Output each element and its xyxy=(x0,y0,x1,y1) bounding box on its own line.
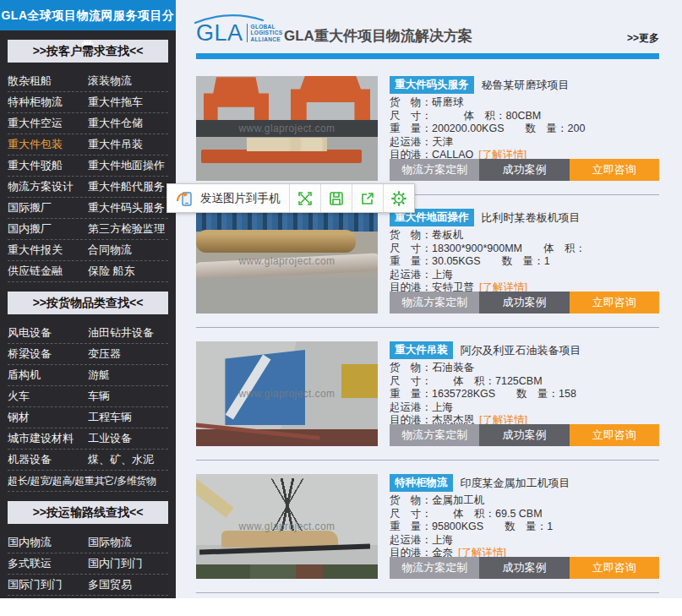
sidebar-item[interactable]: 重大件吊装 xyxy=(88,137,168,152)
sidebar-item[interactable]: 重大件仓储 xyxy=(88,116,168,131)
sidebar-item[interactable]: 国内搬厂 xyxy=(8,221,88,237)
case-button[interactable]: 成功案例 xyxy=(479,292,569,313)
info-line: 重 量：1635728KGS 数 量：158 xyxy=(390,388,659,401)
project-title[interactable]: 秘鲁某研磨球项目 xyxy=(482,78,570,93)
info-line: 起运港：天津 xyxy=(390,136,659,150)
category-badge[interactable]: 重大件码头服务 xyxy=(390,76,474,94)
sidebar-item[interactable]: 风电设备 xyxy=(8,325,88,341)
photo-watermark: www.glaproject.com xyxy=(196,388,378,400)
sidebar-item[interactable]: 物流方案设计 xyxy=(8,179,88,194)
sidebar-section-header: >>按运输路线查找<< xyxy=(8,501,168,524)
photo-watermark: www.glaproject.com xyxy=(196,521,378,532)
toolbar-settings-button[interactable] xyxy=(384,184,414,212)
project-photo[interactable]: www.glaproject.com xyxy=(196,474,378,579)
sidebar-item[interactable]: 供应链金融 xyxy=(8,264,88,279)
sidebar-title: GLA全球项目物流网服务项目分类 xyxy=(0,0,176,30)
project-card: www.glaproject.com特种柜物流印度某金属加工机项目货 物：金属加… xyxy=(196,474,659,579)
sidebar-item[interactable]: 国内物流 xyxy=(8,535,88,550)
photo-shape xyxy=(247,138,327,151)
project-card: www.glaproject.com重大件码头服务秘鲁某研磨球项目货 物：研磨球… xyxy=(196,76,659,181)
sidebar-item[interactable]: 重大件包装 xyxy=(8,137,88,152)
sidebar-item[interactable]: 国际物流 xyxy=(88,535,168,550)
sidebar-item[interactable]: 油田钻井设备 xyxy=(88,325,168,341)
sidebar-item[interactable]: 超长/超宽/超高/超重其它/多维货物 xyxy=(8,474,156,488)
info-line: 起运港：上海 xyxy=(390,269,659,282)
consult-button[interactable]: 立即咨询 xyxy=(570,292,659,313)
category-badge[interactable]: 特种柜物流 xyxy=(390,474,453,492)
sidebar-item[interactable]: 滚装物流 xyxy=(88,74,168,89)
consult-button[interactable]: 立即咨询 xyxy=(570,424,659,446)
sidebar-item[interactable]: 特种柜物流 xyxy=(8,95,88,110)
logo-subtext-line: ALLIANCE xyxy=(251,36,283,43)
more-link[interactable]: >>更多 xyxy=(627,31,659,46)
project-title[interactable]: 印度某金属加工机项目 xyxy=(461,476,570,491)
main-content: GLA GLOBAL LOGISTICS ALLIANCE GLA重大件项目物流… xyxy=(176,0,682,598)
send-to-phone-button[interactable]: 发送图片到手机 xyxy=(167,184,290,212)
share-icon xyxy=(359,190,376,207)
share-image-button[interactable] xyxy=(352,184,384,212)
sidebar-item[interactable]: 国际门到门 xyxy=(8,577,88,592)
sidebar-item[interactable]: 变压器 xyxy=(88,346,168,362)
sidebar-section: >>按运输路线查找<<国内物流国际物流多式联运国内门到门国际门到门多国贸易 xyxy=(0,501,176,596)
sidebar-item[interactable]: 国内门到门 xyxy=(88,556,168,571)
view-original-button[interactable] xyxy=(290,184,321,212)
sidebar-item[interactable]: 火车 xyxy=(8,389,88,404)
sidebar-item[interactable]: 机器设备 xyxy=(8,452,88,467)
sidebar-item[interactable]: 钢材 xyxy=(8,410,88,425)
sidebar-item[interactable]: 工业设备 xyxy=(88,431,168,446)
header-underline xyxy=(196,53,659,59)
plan-button[interactable]: 物流方案定制 xyxy=(390,557,479,579)
sidebar-row: 盾构机游艇 xyxy=(8,365,168,386)
sidebar-item[interactable]: 重大件拖车 xyxy=(88,95,168,110)
sidebar-item[interactable]: 第三方检验监理 xyxy=(88,221,168,237)
photo-shape xyxy=(196,474,234,518)
sidebar-item[interactable]: 多式联运 xyxy=(8,556,88,571)
sidebar-row: 散杂租船滚装物流 xyxy=(8,71,168,92)
case-button[interactable]: 成功案例 xyxy=(479,424,569,446)
category-badge[interactable]: 重大件吊装 xyxy=(390,341,453,359)
gla-logo[interactable]: GLA GLOBAL LOGISTICS ALLIANCE xyxy=(196,20,282,46)
info-line: 起运港：上海 xyxy=(390,401,659,415)
sidebar-item[interactable]: 桥梁设备 xyxy=(8,346,88,362)
sidebar-item[interactable]: 车辆 xyxy=(88,389,168,404)
sidebar-row: 多式联运国内门到门 xyxy=(8,553,168,575)
sidebar-item[interactable]: 煤、矿、水泥 xyxy=(88,452,168,467)
sidebar-row: 国际搬厂重大件码头服务 xyxy=(8,198,168,219)
sidebar-item[interactable]: 散杂租船 xyxy=(8,74,88,89)
sidebar-row: 重大件包装重大件吊装 xyxy=(8,134,168,155)
sidebar-item[interactable]: 重大件空运 xyxy=(8,116,88,131)
sidebar-item[interactable]: 国际搬厂 xyxy=(8,200,88,215)
sidebar-item[interactable]: 游艇 xyxy=(88,368,168,383)
plan-button[interactable]: 物流方案定制 xyxy=(390,159,479,181)
sidebar-item[interactable]: 多国贸易 xyxy=(88,577,168,592)
sidebar-item[interactable]: 城市建设材料 xyxy=(8,431,88,446)
page-title: GLA重大件项目物流解决方案 xyxy=(284,26,472,46)
photo-shape xyxy=(196,278,378,313)
sidebar-item[interactable]: 重大件船代服务 xyxy=(88,179,168,194)
sidebar-item[interactable]: 重大件地面操作 xyxy=(88,158,168,173)
sidebar-item[interactable]: 工程车辆 xyxy=(88,410,168,425)
project-head: 重大件地面操作比利时某卷板机项目 xyxy=(390,209,659,226)
sidebar-item[interactable]: 保险 船东 xyxy=(88,264,168,279)
project-title[interactable]: 阿尔及利亚石油装备项目 xyxy=(461,343,581,358)
project-title[interactable]: 比利时某卷板机项目 xyxy=(482,210,581,226)
consult-button[interactable]: 立即咨询 xyxy=(570,557,659,579)
sidebar-section-header: >>按客户需求查找<< xyxy=(8,40,168,63)
sidebar-row: 国内搬厂第三方检验监理 xyxy=(8,219,168,240)
sidebar-item[interactable]: 重大件驳船 xyxy=(8,158,88,173)
sidebar-item[interactable]: 重大件报关 xyxy=(8,243,88,258)
project-photo[interactable]: www.glaproject.com xyxy=(196,76,378,181)
project-photo[interactable]: www.glaproject.com xyxy=(196,341,378,446)
sidebar-item[interactable]: 合同物流 xyxy=(88,243,168,258)
project-photo[interactable]: www.glaproject.com xyxy=(196,209,378,313)
case-button[interactable]: 成功案例 xyxy=(479,159,569,181)
info-line: 尺 寸：18300*900*900MM 体 积： xyxy=(390,243,659,256)
save-image-button[interactable] xyxy=(321,184,352,212)
image-hover-toolbar: 发送图片到手机 xyxy=(166,183,415,213)
sidebar-item[interactable]: 盾构机 xyxy=(8,368,88,383)
consult-button[interactable]: 立即咨询 xyxy=(570,159,659,181)
case-button[interactable]: 成功案例 xyxy=(479,557,569,579)
plan-button[interactable]: 物流方案定制 xyxy=(390,292,479,313)
sidebar-item[interactable]: 重大件码头服务 xyxy=(88,200,168,215)
plan-button[interactable]: 物流方案定制 xyxy=(390,424,479,446)
